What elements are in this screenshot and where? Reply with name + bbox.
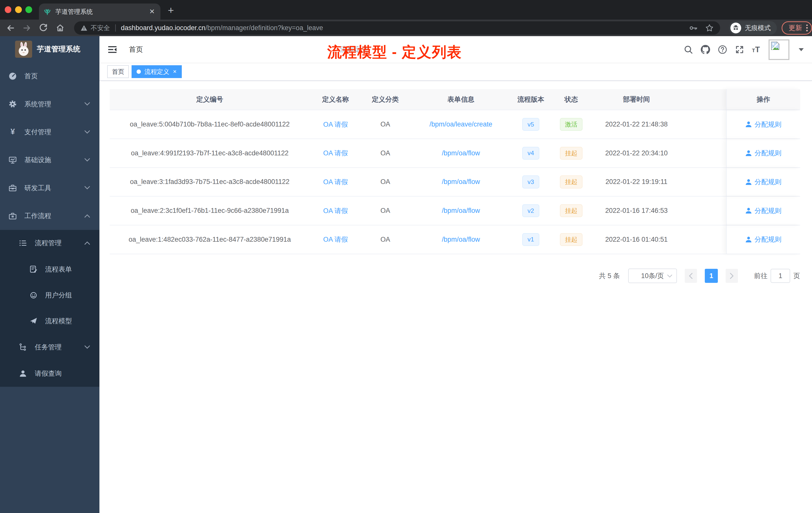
status-badge: 挂起 [560, 147, 583, 160]
cell-category: OA [361, 197, 409, 225]
sidebar-logo[interactable]: 芋道管理系统 [0, 36, 99, 62]
cell-category: OA [361, 139, 409, 168]
user-icon [19, 370, 27, 378]
tab-close-icon[interactable]: ✕ [148, 7, 156, 16]
cell-time: 2022-01-22 21:48:38 [593, 110, 679, 139]
col-actions: 操作 [726, 89, 800, 110]
tree-icon [19, 343, 27, 351]
toolbox-icon [9, 184, 17, 192]
tag-home[interactable]: 首页 [107, 65, 129, 78]
sidebar-item-process-management[interactable]: 流程管理 [0, 230, 99, 256]
briefcase-icon [9, 212, 17, 220]
monitor-icon [9, 156, 17, 164]
breadcrumb-home[interactable]: 首页 [129, 45, 329, 54]
url-path: /bpm/manager/definition?key=oa_leave [205, 24, 323, 32]
url-host: dashboard.yudao.iocoder.cn [121, 24, 206, 32]
definition-name-link[interactable]: OA 请假 [323, 206, 348, 215]
sidebar-item-devtools[interactable]: 研发工具 [0, 174, 99, 202]
table-row: oa_leave:1:482ec033-762a-11ec-8477-a2380… [110, 225, 800, 254]
assign-rule-link[interactable]: 分配规则 [745, 177, 781, 186]
fullscreen-icon[interactable] [735, 45, 744, 54]
assign-rule-link[interactable]: 分配规则 [745, 120, 781, 129]
sidebar-item-process-form[interactable]: 流程表单 [0, 256, 99, 282]
tag-close-icon[interactable]: × [173, 68, 176, 75]
form-link[interactable]: /bpm/oa/flow [442, 149, 480, 157]
sidebar-item-workflow[interactable]: 工作流程 [0, 202, 99, 230]
sidebar-item-process-model[interactable]: 流程模型 [0, 308, 99, 334]
browser-menu-icon[interactable] [806, 25, 808, 32]
content: 定义编号 定义名称 定义分类 表单信息 流程版本 状态 部署时间 操作 oa_l… [99, 81, 812, 283]
incognito-icon [730, 23, 741, 33]
font-size-icon[interactable]: TT [752, 45, 760, 54]
url-bar[interactable]: 不安全 dashboard.yudao.iocoder.cn/bpm/manag… [74, 21, 720, 35]
minimize-window-button[interactable] [15, 6, 22, 13]
next-page-button[interactable] [726, 269, 738, 283]
avatar[interactable] [768, 39, 789, 60]
status-badge: 挂起 [560, 204, 583, 217]
back-icon[interactable] [6, 23, 15, 33]
definition-name-link[interactable]: OA 请假 [323, 149, 348, 158]
prev-page-button[interactable] [685, 269, 697, 283]
pagination: 共 5 条 10条/页 1 前往 页 [110, 269, 800, 283]
sidebar-item-system[interactable]: 系统管理 [0, 90, 99, 118]
form-link[interactable]: /bpm/oa/flow [442, 207, 480, 215]
page-size-select[interactable]: 10条/页 [628, 269, 677, 283]
github-icon[interactable] [701, 45, 710, 54]
security-label: 不安全 [91, 24, 110, 32]
send-icon [30, 317, 37, 325]
chevron-right-icon [729, 273, 734, 279]
chrome-update-button[interactable]: 更新 [782, 21, 812, 35]
form-link[interactable]: /bpm/oa/flow [442, 178, 480, 186]
favicon-sprout-icon [44, 8, 51, 16]
search-icon[interactable] [684, 45, 693, 54]
page-number-active[interactable]: 1 [705, 269, 718, 283]
form-link[interactable]: /bpm/oa/leave/create [429, 120, 492, 128]
cell-time: 2022-01-22 20:34:10 [593, 139, 679, 168]
definition-name-link[interactable]: OA 请假 [323, 177, 348, 186]
tag-process-definition[interactable]: 流程定义 × [132, 65, 182, 78]
browser-toolbar: 不安全 dashboard.yudao.iocoder.cn/bpm/manag… [0, 20, 812, 36]
table-row: oa_leave:4:991f2193-7b7f-11ec-a3c8-acde4… [110, 139, 800, 168]
password-key-icon[interactable] [689, 24, 698, 32]
assign-rule-link[interactable]: 分配规则 [745, 149, 781, 158]
sidebar-item-payment[interactable]: ¥ 支付管理 [0, 118, 99, 146]
sidebar-item-task-management[interactable]: 任务管理 [0, 334, 99, 360]
browser-chrome: 芋道管理系统 ✕ + 不安全 dashboard.yudao.iocoder.c… [0, 0, 812, 36]
chevron-down-icon [84, 186, 90, 189]
sidebar: 芋道管理系统 首页 系统管理 ¥ 支付管理 基础设施 研发工具 [0, 36, 99, 513]
definition-name-link[interactable]: OA 请假 [323, 120, 348, 129]
help-icon[interactable] [718, 45, 727, 54]
browser-tab[interactable]: 芋道管理系统 ✕ [39, 3, 161, 20]
sidebar-item-home[interactable]: 首页 [0, 62, 99, 90]
sidebar-item-leave-query[interactable]: 请假查询 [0, 360, 99, 387]
definition-name-link[interactable]: OA 请假 [323, 235, 348, 244]
close-window-button[interactable] [5, 6, 11, 13]
avatar-dropdown-caret[interactable] [799, 48, 804, 51]
col-form: 表单信息 [409, 89, 513, 110]
gear-icon [9, 100, 17, 108]
form-link[interactable]: /bpm/oa/flow [442, 236, 480, 243]
reload-icon[interactable] [39, 23, 48, 33]
chevron-down-icon [84, 102, 90, 105]
bookmark-star-icon[interactable] [705, 24, 714, 32]
incognito-label: 无痕模式 [745, 24, 771, 32]
sidebar-item-user-group[interactable]: 用户分组 [0, 282, 99, 308]
col-name: 定义名称 [310, 89, 361, 110]
table-row: oa_leave:5:004b710b-7b8a-11ec-8ef0-acde4… [110, 110, 800, 139]
new-tab-button[interactable]: + [165, 4, 177, 17]
forward-icon[interactable] [22, 23, 32, 33]
app-shell: 芋道管理系统 首页 系统管理 ¥ 支付管理 基础设施 研发工具 [0, 36, 812, 513]
col-version: 流程版本 [513, 89, 549, 110]
active-dot [137, 69, 141, 74]
tab-strip: 芋道管理系统 ✕ + [0, 0, 812, 20]
form-icon [30, 265, 37, 273]
sidebar-item-infrastructure[interactable]: 基础设施 [0, 146, 99, 174]
assign-rule-link[interactable]: 分配规则 [745, 235, 781, 244]
version-tag: v2 [522, 204, 539, 217]
page-jumper-input[interactable] [771, 269, 790, 283]
home-icon[interactable] [56, 23, 65, 33]
zoom-window-button[interactable] [25, 6, 32, 13]
assign-rule-link[interactable]: 分配规则 [745, 206, 781, 215]
sidebar-collapse-icon[interactable] [108, 46, 116, 54]
security-chip[interactable]: 不安全 [80, 24, 110, 32]
